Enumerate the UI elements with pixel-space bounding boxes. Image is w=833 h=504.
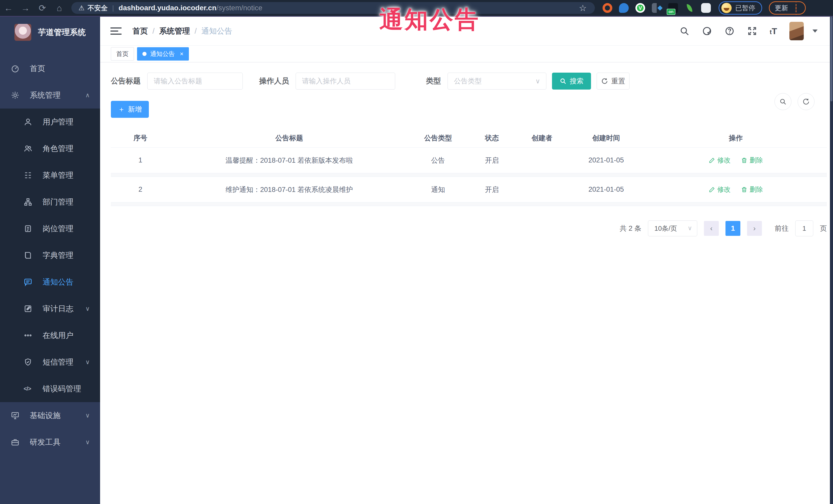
trash-icon xyxy=(741,157,747,164)
sidebar-item-label: 菜单管理 xyxy=(43,170,73,181)
search-icon[interactable] xyxy=(679,26,690,36)
delete-link[interactable]: 删除 xyxy=(741,156,763,165)
extension-leaf-icon[interactable] xyxy=(685,3,694,13)
table-row[interactable]: 2 维护通知：2018-07-01 若依系统凌晨维护 通知 开启 2021-01… xyxy=(111,177,827,202)
sidebar-item-audit-log[interactable]: 审计日志 ∨ xyxy=(0,295,100,322)
show-search-toggle-button[interactable] xyxy=(775,93,791,110)
add-button[interactable]: ＋ 新增 xyxy=(111,101,149,118)
extensions-puzzle-icon[interactable] xyxy=(701,3,711,13)
sidebar-item-dict-mgmt[interactable]: 字典管理 xyxy=(0,242,100,269)
org-tree-icon xyxy=(24,198,38,206)
chevron-down-icon: ∨ xyxy=(85,305,90,312)
monitor-icon xyxy=(11,411,25,420)
refresh-button[interactable] xyxy=(798,93,814,110)
tab-label: 通知公告 xyxy=(150,50,175,58)
sidebar-item-dev-tools[interactable]: 研发工具 ∨ xyxy=(0,429,100,456)
reset-button-label: 重置 xyxy=(611,76,625,86)
table-row[interactable]: 1 温馨提醒：2018-07-01 若依新版本发布啦 公告 开启 2021-01… xyxy=(111,148,827,173)
operator-filter-label: 操作人员 xyxy=(259,76,289,86)
active-tab-dot xyxy=(142,52,146,56)
pagination: 共 2 条 ∨ ‹ 1 › 前往 页 xyxy=(111,220,827,236)
table-toolbar xyxy=(775,93,814,110)
page-unit-label: 页 xyxy=(820,224,827,233)
announcement-icon xyxy=(24,278,38,286)
type-select-value[interactable] xyxy=(448,73,546,90)
user-avatar[interactable] xyxy=(789,22,804,40)
app-title: 芋道管理系统 xyxy=(38,27,86,38)
reset-button[interactable]: 重置 xyxy=(597,73,629,90)
sidebar-item-role-mgmt[interactable]: 角色管理 xyxy=(0,135,100,162)
cell-title: 温馨提醒：2018-07-01 若依新版本发布啦 xyxy=(170,156,408,165)
edit-link[interactable]: 修改 xyxy=(709,156,731,165)
online-users-icon xyxy=(24,331,38,340)
extension-dark-icon[interactable]: on xyxy=(668,3,678,13)
sidebar-item-notice[interactable]: 通知公告 xyxy=(0,269,100,295)
browser-reload-icon[interactable]: ⟳ xyxy=(34,3,51,13)
col-actions: 操作 xyxy=(645,134,827,143)
app-logo-row[interactable]: 芋道管理系统 xyxy=(0,17,100,47)
sidebar-item-post-mgmt[interactable]: 岗位管理 xyxy=(0,215,100,242)
browser-home-icon[interactable]: ⌂ xyxy=(51,3,68,13)
page-scrollbar[interactable] xyxy=(830,17,833,504)
tab-home[interactable]: 首页 xyxy=(111,47,134,61)
scrollbar-thumb[interactable] xyxy=(830,17,832,101)
sidebar-toggle-icon[interactable] xyxy=(110,25,122,37)
browser-forward-icon[interactable]: → xyxy=(17,3,34,13)
sidebar-item-dept-mgmt[interactable]: 部门管理 xyxy=(0,189,100,215)
tab-notice[interactable]: 通知公告 × xyxy=(137,47,189,61)
sidebar-item-label: 用户管理 xyxy=(43,117,73,127)
search-button[interactable]: 搜索 xyxy=(552,73,591,90)
sidebar-item-online-users[interactable]: 在线用户 xyxy=(0,322,100,349)
next-page-button[interactable]: › xyxy=(747,221,762,236)
sidebar-item-errcode-mgmt[interactable]: </> 错误码管理 xyxy=(0,376,100,402)
extension-grid-icon[interactable] xyxy=(652,3,662,13)
col-creator: 创建者 xyxy=(516,134,568,143)
filter-form: 公告标题 操作人员 类型 ∨ 搜索 重置 xyxy=(111,73,833,90)
book-icon xyxy=(24,251,38,260)
browser-update-button[interactable]: 更新 ⋮⋮⋮ xyxy=(769,1,806,15)
sidebar-item-sms-mgmt[interactable]: 短信管理 ∨ xyxy=(0,349,100,376)
goto-page-input[interactable] xyxy=(795,220,813,236)
browser-menu-kebab-icon[interactable]: ⋮⋮⋮ xyxy=(792,3,800,13)
sidebar-item-label: 短信管理 xyxy=(43,357,73,367)
github-icon[interactable] xyxy=(702,26,712,36)
gauge-icon xyxy=(11,64,25,73)
browser-profile-chip[interactable]: 已暂停 xyxy=(718,1,762,15)
help-icon[interactable] xyxy=(724,26,735,36)
col-type: 公告类型 xyxy=(408,134,468,143)
vue-devtools-icon[interactable]: V xyxy=(636,3,645,13)
extension-orange-icon[interactable] xyxy=(602,3,612,13)
breadcrumb-system[interactable]: 系统管理 xyxy=(159,26,190,37)
font-size-icon[interactable]: tT xyxy=(770,26,777,36)
row-divider xyxy=(111,202,827,206)
address-bar[interactable]: ⚠ 不安全 | dashboard.yudao.iocoder.cn /syst… xyxy=(71,2,595,14)
title-filter-label: 公告标题 xyxy=(111,76,141,86)
fullscreen-icon[interactable] xyxy=(747,26,757,36)
bookmark-star-icon[interactable]: ☆ xyxy=(578,3,588,13)
sidebar-item-home[interactable]: 首页 xyxy=(0,55,100,82)
sidebar-item-label: 部门管理 xyxy=(43,197,73,207)
edit-link[interactable]: 修改 xyxy=(709,185,731,194)
delete-link-label: 删除 xyxy=(749,185,763,194)
breadcrumb-home[interactable]: 首页 xyxy=(133,26,148,37)
avatar-caret-icon[interactable] xyxy=(812,29,817,32)
page-number-1[interactable]: 1 xyxy=(725,221,740,236)
close-icon[interactable]: × xyxy=(180,50,184,57)
sidebar-item-infrastructure[interactable]: 基础设施 ∨ xyxy=(0,402,100,429)
type-filter-select[interactable]: ∨ xyxy=(448,73,546,90)
extension-blue-icon[interactable] xyxy=(619,3,629,13)
page-size-select[interactable]: ∨ xyxy=(648,220,697,236)
prev-page-button[interactable]: ‹ xyxy=(704,221,719,236)
sidebar-item-system-mgmt[interactable]: 系统管理 ∧ xyxy=(0,82,100,109)
sidebar-item-user-mgmt[interactable]: 用户管理 xyxy=(0,109,100,135)
cell-status: 开启 xyxy=(468,185,516,194)
operator-filter-input[interactable] xyxy=(295,73,395,90)
system-submenu: 用户管理 角色管理 菜单管理 xyxy=(0,109,100,402)
tags-view-bar: 首页 通知公告 × xyxy=(100,46,833,62)
title-filter-input[interactable] xyxy=(147,73,243,90)
delete-link[interactable]: 删除 xyxy=(741,185,763,194)
id-badge-icon xyxy=(24,224,38,233)
sidebar-item-menu-mgmt[interactable]: 菜单管理 xyxy=(0,162,100,189)
browser-back-icon[interactable]: ← xyxy=(0,3,17,13)
chevron-down-icon: ∨ xyxy=(688,224,692,232)
